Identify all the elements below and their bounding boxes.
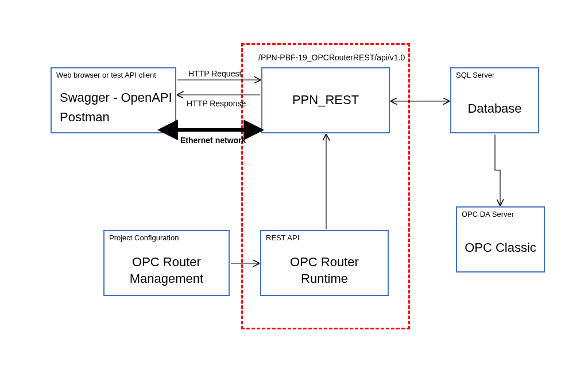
runtime-line1: OPC Router: [261, 254, 388, 271]
mgmt-line2: Management: [105, 271, 229, 287]
url-label: /PPN-PBF-19_OPCRouterREST/api/v1.0: [258, 53, 405, 62]
ethernet-label: Ethernet network: [180, 136, 246, 145]
runtime-title: REST API: [266, 233, 299, 242]
opcda-box: OPC DA Server OPC Classic: [456, 206, 545, 272]
client-line1: Swagger - OpenAPI: [60, 89, 172, 106]
ppn-rest-main: PPN_REST: [262, 92, 389, 109]
runtime-box: REST API OPC Router Runtime: [260, 230, 389, 296]
client-line2: Postman: [60, 109, 172, 126]
http-request-label: HTTP Request: [188, 69, 241, 78]
sql-title: SQL Server: [456, 71, 494, 79]
arrow-db-opc: [495, 135, 500, 205]
sql-box: SQL Server Database: [450, 67, 539, 133]
mgmt-title: Project Configuration: [109, 233, 179, 242]
opcda-main: OPC Classic: [457, 240, 544, 256]
mgmt-line1: OPC Router: [105, 254, 229, 271]
opcda-title: OPC DA Server: [462, 210, 514, 218]
client-box-title: Web browser or test API client: [56, 71, 156, 79]
http-response-label: HTTP Response: [187, 99, 246, 108]
ppn-rest-box: PPN_REST: [261, 67, 390, 133]
client-box: Web browser or test API client Swagger -…: [51, 67, 176, 133]
runtime-line2: Runtime: [261, 271, 388, 287]
mgmt-box: Project Configuration OPC Router Managem…: [103, 230, 230, 296]
sql-main: Database: [451, 101, 538, 117]
